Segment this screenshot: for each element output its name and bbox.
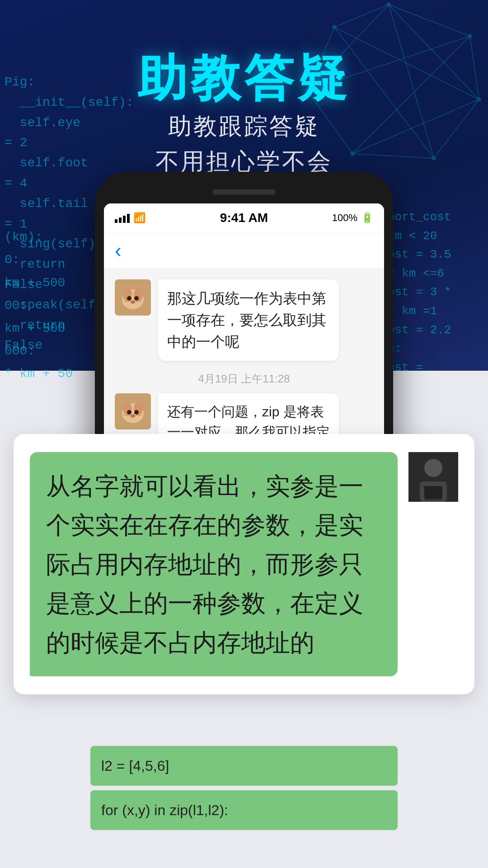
cat-avatar-svg-2: [115, 393, 151, 429]
message-text-1: 那这几项统一作为表中第一项存在，要怎么取到其中的一个呢: [167, 290, 326, 350]
code-line1-text: l2 = [4,5,6]: [101, 758, 169, 774]
svg-point-30: [134, 410, 139, 415]
svg-point-21: [134, 296, 139, 301]
signal-bar-2: [119, 217, 122, 223]
cat-avatar: [115, 279, 151, 316]
svg-point-20: [127, 296, 131, 301]
teacher-message-bubble: 从名字就可以看出，实参是一个实实在在存在的参数，是实际占用内存地址的，而形参只是…: [30, 452, 398, 676]
signal-bar-1: [115, 219, 117, 223]
user-avatar-2: [115, 393, 151, 429]
back-button[interactable]: ‹: [115, 239, 122, 262]
svg-point-15: [333, 25, 336, 29]
svg-rect-38: [424, 499, 442, 500]
svg-rect-37: [424, 486, 442, 499]
wifi-icon: 📶: [133, 212, 145, 224]
status-right: 100% 🔋: [332, 212, 373, 224]
svg-point-35: [424, 459, 442, 477]
code-bubble-2: for (x,y) in zip(l1,l2):: [90, 790, 398, 830]
user-avatar-1: [115, 279, 151, 316]
signal-icon: [115, 213, 130, 223]
status-bar: 📶 9:41 AM 100% 🔋: [104, 203, 384, 232]
phone-notch: [104, 181, 384, 203]
svg-point-10: [468, 34, 472, 38]
code-line2-text: for (x,y) in zip(l1,l2):: [101, 802, 228, 818]
subtitle-block: 助教跟踪答疑 不用担心学不会: [0, 108, 488, 179]
code-decoration-left-bottom: (km): 0: km + 500 00: km + 500 000: * km…: [0, 226, 99, 386]
nav-bar: ‹: [104, 232, 384, 269]
signal-bar-3: [123, 216, 126, 223]
svg-point-9: [387, 3, 390, 6]
message-bubble-1: 那这几项统一作为表中第一项存在，要怎么取到其中的一个呢: [158, 279, 339, 361]
timestamp-1: 4月19日 上午11:28: [115, 372, 373, 386]
cat-avatar-svg: [115, 279, 151, 316]
bottom-code-snippet: l2 = [4,5,6] for (x,y) in zip(l1,l2):: [90, 746, 398, 835]
battery-percent: 100%: [332, 212, 357, 224]
teacher-avatar: [408, 452, 458, 502]
teacher-avatar-svg: [408, 452, 458, 502]
subtitle-line1: 助教跟踪答疑: [0, 108, 488, 144]
phone-speaker: [212, 189, 276, 195]
main-title: 助教答疑: [0, 45, 488, 113]
code-bubble-1: l2 = [4,5,6]: [90, 746, 398, 786]
status-left: 📶: [115, 212, 145, 224]
teacher-message-text: 从名字就可以看出，实参是一个实实在在存在的参数，是实际占用内存地址的，而形参只是…: [46, 472, 363, 656]
cat-avatar-2: [115, 393, 151, 429]
status-time: 9:41 AM: [220, 211, 268, 225]
battery-icon: 🔋: [361, 212, 373, 224]
chat-message-1: 那这几项统一作为表中第一项存在，要怎么取到其中的一个呢: [115, 279, 373, 361]
signal-bar-4: [127, 214, 130, 223]
chat-overlay-card: 从名字就可以看出，实参是一个实实在在存在的参数，是实际占用内存地址的，而形参只是…: [14, 434, 474, 694]
svg-point-29: [127, 410, 131, 415]
